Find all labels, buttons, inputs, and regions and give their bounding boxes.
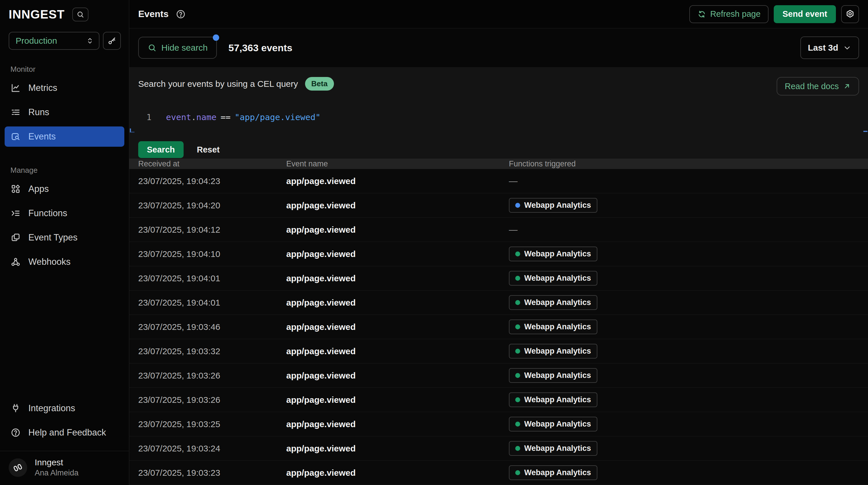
function-pill[interactable]: Webapp Analytics	[509, 295, 597, 310]
sidebar-item-label: Runs	[28, 107, 49, 117]
sidebar-item-event-types[interactable]: Event Types	[5, 227, 124, 248]
cel-query-editor[interactable]: 1 event.name=="app/page.viewed"	[138, 112, 859, 122]
cell-event-name: app/page.viewed	[286, 298, 509, 308]
cell-functions: Webapp Analytics	[509, 441, 868, 456]
sidebar-search-button[interactable]	[72, 7, 89, 21]
function-pill-label: Webapp Analytics	[524, 395, 591, 404]
webhooks-icon	[10, 257, 21, 267]
environment-selector[interactable]: Production	[9, 32, 99, 50]
sidebar-item-events[interactable]: Events	[5, 126, 124, 147]
sidebar-item-apps[interactable]: Apps	[5, 179, 124, 199]
cell-functions: Webapp Analytics	[509, 295, 868, 310]
table-row[interactable]: 23/07/2025, 19:03:26 app/page.viewed Web…	[129, 364, 868, 388]
sidebar-item-label: Apps	[28, 184, 49, 194]
table-row[interactable]: 23/07/2025, 19:04:12 app/page.viewed —	[129, 218, 868, 242]
table-row[interactable]: 23/07/2025, 19:03:32 app/page.viewed Web…	[129, 339, 868, 364]
sidebar-item-label: Functions	[28, 208, 67, 219]
function-pill[interactable]: Webapp Analytics	[509, 344, 597, 359]
settings-button[interactable]	[841, 5, 859, 23]
function-status-dot	[515, 324, 520, 329]
events-search-icon	[10, 132, 21, 142]
sidebar-item-runs[interactable]: Runs	[5, 102, 124, 122]
sidebar-item-webhooks[interactable]: Webhooks	[5, 252, 124, 272]
function-pill[interactable]: Webapp Analytics	[509, 392, 597, 407]
column-header-received-at: Received at	[138, 160, 286, 168]
code-token-string: "app/page.viewed"	[235, 112, 321, 122]
function-pill-label: Webapp Analytics	[524, 322, 591, 331]
function-pill[interactable]: Webapp Analytics	[509, 441, 597, 456]
chevron-up-down-icon	[86, 36, 94, 45]
column-header-functions-triggered: Functions triggered	[509, 160, 868, 168]
function-status-dot	[515, 397, 520, 402]
page-help-icon[interactable]	[176, 9, 186, 19]
cell-functions: Webapp Analytics	[509, 319, 868, 334]
function-pill[interactable]: Webapp Analytics	[509, 465, 597, 480]
function-status-dot	[515, 470, 520, 475]
table-body: 23/07/2025, 19:04:23 app/page.viewed — 2…	[129, 169, 868, 485]
sidebar-item-integrations[interactable]: Integrations	[5, 398, 124, 419]
time-range-value: Last 3d	[808, 43, 838, 53]
page-header: Events Refresh page Send event	[129, 0, 868, 28]
function-pill-label: Webapp Analytics	[524, 298, 591, 307]
sidebar-item-help-feedback[interactable]: Help and Feedback	[5, 423, 124, 443]
send-event-button[interactable]: Send event	[774, 5, 836, 23]
cell-received-at: 23/07/2025, 19:04:12	[138, 225, 286, 235]
cell-event-name: app/page.viewed	[286, 249, 509, 259]
settings-nut-icon	[845, 9, 855, 19]
time-range-dropdown[interactable]: Last 3d	[800, 36, 859, 59]
cell-event-name: app/page.viewed	[286, 322, 509, 332]
function-pill-label: Webapp Analytics	[524, 468, 591, 477]
cel-query-code: event.name=="app/page.viewed"	[166, 112, 320, 122]
table-row[interactable]: 23/07/2025, 19:03:46 app/page.viewed Web…	[129, 315, 868, 339]
sidebar-item-functions[interactable]: Functions	[5, 203, 124, 223]
search-icon	[76, 10, 85, 19]
table-row[interactable]: 23/07/2025, 19:04:10 app/page.viewed Web…	[129, 242, 868, 266]
editor-line-number: 1	[138, 112, 152, 122]
refresh-page-button[interactable]: Refresh page	[689, 5, 769, 23]
table-row[interactable]: 23/07/2025, 19:03:26 app/page.viewed Web…	[129, 388, 868, 412]
sidebar-footer: Integrations Help and Feedback Inngest A…	[0, 398, 129, 485]
hide-search-button[interactable]: Hide search	[138, 37, 217, 59]
cell-functions: Webapp Analytics	[509, 344, 868, 359]
function-pill[interactable]: Webapp Analytics	[509, 319, 597, 334]
refresh-page-label: Refresh page	[710, 9, 761, 19]
function-pill[interactable]: Webapp Analytics	[509, 368, 597, 383]
cell-received-at: 23/07/2025, 19:03:32	[138, 346, 286, 356]
table-row[interactable]: 23/07/2025, 19:03:23 app/page.viewed Web…	[129, 461, 868, 485]
cell-received-at: 23/07/2025, 19:03:23	[138, 468, 286, 478]
cell-received-at: 23/07/2025, 19:04:23	[138, 176, 286, 186]
table-row[interactable]: 23/07/2025, 19:04:23 app/page.viewed —	[129, 169, 868, 193]
function-status-dot	[515, 373, 520, 378]
cell-event-name: app/page.viewed	[286, 395, 509, 405]
cel-search-panel: Search your events by using a CEL query …	[129, 67, 868, 159]
function-pill[interactable]: Webapp Analytics	[509, 417, 597, 431]
table-row[interactable]: 23/07/2025, 19:03:25 app/page.viewed Web…	[129, 412, 868, 436]
function-status-dot	[515, 300, 520, 305]
reset-button[interactable]: Reset	[197, 145, 220, 154]
table-row[interactable]: 23/07/2025, 19:04:20 app/page.viewed Web…	[129, 193, 868, 218]
cell-functions: —	[509, 176, 868, 186]
page-title: Events	[138, 9, 168, 19]
key-icon	[107, 36, 117, 46]
sidebar-item-metrics[interactable]: Metrics	[5, 78, 124, 98]
function-pill[interactable]: Webapp Analytics	[509, 247, 597, 261]
table-row[interactable]: 23/07/2025, 19:04:01 app/page.viewed Web…	[129, 266, 868, 290]
function-pill[interactable]: Webapp Analytics	[509, 271, 597, 286]
sidebar: INNGEST Production Monitor	[0, 0, 129, 485]
event-keys-button[interactable]	[103, 32, 121, 50]
chevron-down-icon	[843, 44, 851, 52]
read-the-docs-button[interactable]: Read the docs	[777, 77, 859, 95]
table-row[interactable]: 23/07/2025, 19:04:01 app/page.viewed Web…	[129, 290, 868, 315]
function-pill-label: Webapp Analytics	[524, 444, 591, 453]
cell-functions: —	[509, 225, 868, 235]
function-pill-label: Webapp Analytics	[524, 371, 591, 380]
function-pill[interactable]: Webapp Analytics	[509, 198, 597, 213]
table-row[interactable]: 23/07/2025, 19:03:24 app/page.viewed Web…	[129, 436, 868, 461]
function-pill-label: Webapp Analytics	[524, 347, 591, 355]
search-button[interactable]: Search	[138, 141, 184, 158]
cell-received-at: 23/07/2025, 19:04:01	[138, 298, 286, 308]
hide-search-label: Hide search	[161, 43, 208, 53]
code-token-operator: ==	[217, 112, 235, 122]
cell-event-name: app/page.viewed	[286, 419, 509, 429]
profile-menu[interactable]: Inngest Ana Almeida	[0, 451, 129, 485]
